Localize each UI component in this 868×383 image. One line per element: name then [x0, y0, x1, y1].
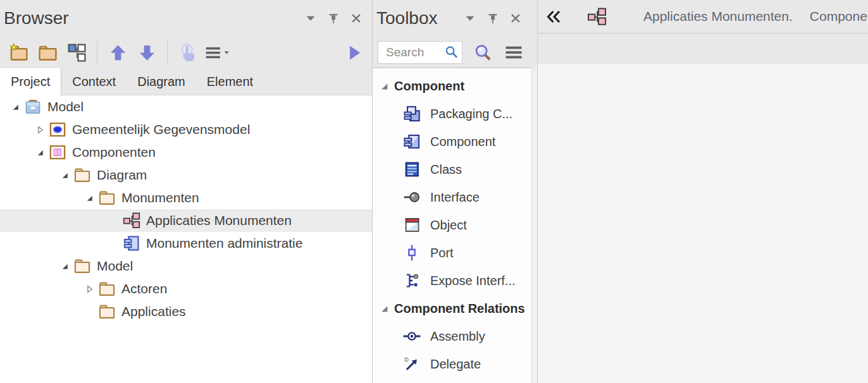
toolbox-menu-button[interactable]: [501, 39, 527, 66]
folder-tree-icon: [73, 166, 91, 184]
chevron-down-button[interactable]: [462, 10, 478, 27]
expand-toggle-icon[interactable]: [32, 126, 47, 134]
chevrons-left-icon: [545, 8, 562, 25]
tab-context[interactable]: Context: [61, 68, 127, 95]
toolbox-panel: Toolbox ComponentPackaging C...Component…: [373, 0, 531, 383]
toolbox-item-packaging-c-[interactable]: Packaging C...: [373, 100, 531, 128]
toolbox-section-label: Component Relations: [394, 301, 525, 316]
folder-button[interactable]: [34, 39, 61, 66]
toolbox-section-label: Component: [394, 79, 464, 94]
toolbox-item-object[interactable]: Object: [373, 211, 531, 239]
browser-window-buttons: [302, 10, 364, 27]
expand-toggle-icon[interactable]: [82, 194, 97, 202]
toolbox-item-interface[interactable]: Interface: [373, 183, 531, 211]
twist-open-icon: [61, 262, 69, 271]
tree-item-model[interactable]: Model: [0, 95, 372, 118]
tree-item-label: Componenten: [72, 145, 156, 160]
arrow-down-button[interactable]: [133, 39, 160, 66]
tree-item-label: Monumenten: [121, 190, 199, 205]
expand-toggle-icon[interactable]: [57, 262, 72, 271]
tree-item-model[interactable]: Model: [0, 255, 372, 277]
expand-toggle-icon[interactable]: [8, 103, 23, 111]
expand-toggle-icon[interactable]: [32, 149, 47, 157]
project-tree: ModelGemeentelijk GegevensmodelComponent…: [0, 95, 372, 383]
browser-panel-title: Browser: [4, 8, 302, 28]
diagram-tab-title: Applicaties Monumenten.: [643, 9, 793, 24]
pin-button[interactable]: [485, 10, 501, 27]
component-large-icon: [403, 133, 421, 150]
folder-icon: [38, 43, 58, 63]
assembly-icon: [403, 327, 421, 345]
toolbox-item-expose-interf-[interactable]: Expose Interf...: [373, 267, 531, 295]
interface-icon: [403, 188, 421, 206]
pin-button[interactable]: [325, 10, 342, 27]
browser-panel-header: Browser: [0, 0, 372, 37]
close-button[interactable]: [348, 10, 364, 27]
toolbox-section-component-relations[interactable]: Component Relations: [373, 295, 531, 322]
component-icon: [123, 234, 140, 252]
play-arrow-icon: [344, 43, 364, 63]
tree-item-componenten[interactable]: Componenten: [0, 141, 372, 164]
tree-item-label: Model: [97, 258, 133, 274]
tree-item-label: Actoren: [121, 281, 167, 296]
toolbox-item-label: Interface: [430, 190, 480, 205]
tree-item-applicaties-monumenten[interactable]: Applicaties Monumenten: [0, 209, 372, 232]
toolbox-item-label: Expose Interf...: [430, 274, 516, 288]
chevron-down-icon: [304, 11, 318, 25]
tree-item-label: Applicaties: [121, 304, 186, 319]
tab-scroll-left-button[interactable]: [545, 7, 562, 26]
hamburger-menu-icon: [204, 43, 223, 63]
tab-label: Diagram: [137, 75, 185, 89]
toolbox-panel-title: Toolbox: [376, 8, 462, 28]
diagram-canvas[interactable]: [538, 64, 868, 383]
arrow-down-icon: [137, 43, 157, 63]
tab-project[interactable]: Project: [0, 68, 61, 95]
arrow-up-button[interactable]: [104, 39, 131, 66]
object-icon: [403, 216, 421, 234]
new-package-button[interactable]: [5, 39, 32, 66]
hamburger-menu-large-icon: [504, 43, 523, 62]
view-data-icon: [49, 121, 66, 138]
class-icon: [403, 161, 421, 178]
tab-element[interactable]: Element: [196, 68, 264, 95]
tree-item-monumenten[interactable]: Monumenten: [0, 186, 372, 209]
toolbox-search-input[interactable]: [385, 45, 444, 60]
diagram-tab-secondary[interactable]: Component: [810, 9, 868, 24]
new-package-icon: [9, 43, 28, 63]
expand-toggle-icon[interactable]: [57, 171, 72, 179]
tree-item-gemeentelijk-gegevensmodel[interactable]: Gemeentelijk Gegevensmodel: [0, 118, 372, 141]
search-icon: [444, 45, 459, 59]
play-arrow-button[interactable]: [340, 39, 367, 66]
tab-diagram[interactable]: Diagram: [127, 68, 196, 95]
toolbox-item-delegate[interactable]: DDelegate: [373, 350, 531, 378]
toolbox-list: ComponentPackaging C...ComponentClassInt…: [373, 68, 531, 383]
close-button[interactable]: [507, 10, 524, 27]
diagram-icon: [586, 7, 607, 26]
hamburger-menu-button[interactable]: [204, 39, 230, 66]
diagram-tab[interactable]: Applicaties Monumenten.: [562, 7, 793, 26]
chevron-down-button[interactable]: [302, 10, 319, 27]
expand-toggle-icon[interactable]: [82, 285, 97, 293]
twist-open-icon: [36, 149, 44, 157]
toolbox-search-box[interactable]: [378, 41, 462, 64]
toolbox-section-component[interactable]: Component: [373, 72, 531, 100]
toolbox-find-button[interactable]: [470, 39, 496, 66]
close-icon: [349, 11, 363, 25]
tree-item-monumenten-administratie[interactable]: Monumenten administratie: [0, 232, 372, 255]
diagram-component-icon: [123, 212, 140, 229]
search-icon: [444, 45, 459, 59]
toolbox-item-port[interactable]: Port: [373, 239, 531, 267]
model-root-icon: [24, 98, 42, 116]
model-structure-icon: [67, 43, 87, 63]
toolbox-item-component[interactable]: Component: [373, 128, 531, 155]
toolbox-item-class[interactable]: Class: [373, 155, 531, 183]
toolbox-item-assembly[interactable]: Assembly: [373, 322, 531, 350]
chevrons-left-icon: [545, 8, 562, 25]
tree-item-diagram[interactable]: Diagram: [0, 164, 372, 186]
tree-item-label: Model: [47, 99, 84, 114]
tree-item-applicaties[interactable]: Applicaties: [0, 300, 372, 323]
toolbox-panel-header: Toolbox: [373, 0, 531, 37]
arrow-up-icon: [108, 43, 128, 63]
model-structure-button[interactable]: [63, 39, 90, 66]
tree-item-actoren[interactable]: Actoren: [0, 277, 372, 300]
